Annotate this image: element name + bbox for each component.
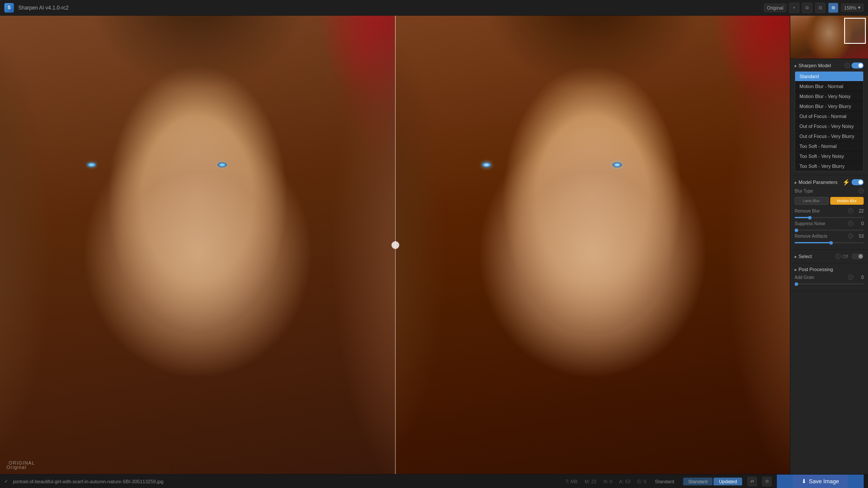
select-info[interactable]: ? xyxy=(835,254,841,259)
model-item-too-soft-very-blurry[interactable]: Too Soft - Very Blurry xyxy=(795,161,863,171)
image-canvas: Original xyxy=(0,16,790,474)
remove-artifacts-value: 53 xyxy=(855,234,864,239)
view-split-v-button[interactable]: ⧉ xyxy=(802,3,812,13)
model-item-motion-blur-very-noisy[interactable]: Motion Blur - Very Noisy xyxy=(795,92,863,102)
file-path: portrait-of-beautiful-girl-with-scarf-in… xyxy=(13,479,164,484)
suppress-noise-row: Suppress Noise ? 0 xyxy=(795,221,864,226)
model-item-out-of-focus-very-blurry[interactable]: Out of Focus - Very Blurry xyxy=(795,131,863,141)
sharpen-model-section: ▸ Sharpen Model ? Standard Motion Blur -… xyxy=(790,59,868,175)
model-section-label: Sharpen Model xyxy=(799,63,843,68)
zoom-arrow: ▾ xyxy=(858,5,861,10)
right-panel: ▸ Sharpen Model ? Standard Motion Blur -… xyxy=(790,16,868,474)
tab-updated[interactable]: Updated xyxy=(713,478,742,485)
model-item-motion-blur-very-blurry[interactable]: Motion Blur - Very Blurry xyxy=(795,102,863,111)
select-section-toggle[interactable]: ▸ xyxy=(795,254,797,259)
thumbnail-area xyxy=(790,16,868,59)
blur-type-row-label: Blur Type ? xyxy=(795,188,864,193)
model-dropdown: Standard Motion Blur - Normal Motion Blu… xyxy=(795,71,864,171)
tab-standard[interactable]: Standard xyxy=(683,478,713,485)
save-area: ⬇ Save Image xyxy=(777,475,864,488)
file-icon: ✓ xyxy=(4,479,8,484)
add-grain-row: Add Grain ? 0 xyxy=(795,275,864,280)
image-area[interactable]: Original xyxy=(0,16,790,474)
select-section: ▸ Select ? Off xyxy=(790,250,868,263)
suppress-noise-info[interactable]: ? xyxy=(848,221,853,226)
params-section-toggle[interactable]: ▸ xyxy=(795,180,797,185)
divider-handle[interactable] xyxy=(391,241,399,249)
stat-n: N: 0 xyxy=(603,479,612,484)
lightning-icon: ⚡ xyxy=(842,179,850,186)
model-item-motion-blur-normal[interactable]: Motion Blur - Normal xyxy=(795,82,863,92)
remove-blur-row: Remove Blur ? 22 xyxy=(795,208,864,213)
blur-type-label: Blur Type xyxy=(795,189,857,193)
topbar: S Sharpen AI v4.1.0-rc2 Original ▪ ⧉ ⊟ ⊞… xyxy=(0,0,868,16)
remove-artifacts-thumb[interactable] xyxy=(829,241,833,245)
compare-icon-btn[interactable]: ⇄ xyxy=(747,477,757,486)
stat-g: G: 0 xyxy=(637,479,646,484)
select-status: Off xyxy=(842,254,848,259)
model-info-icon[interactable]: ? xyxy=(845,63,850,68)
model-item-too-soft-normal[interactable]: Too Soft - Normal xyxy=(795,141,863,151)
add-grain-thumb[interactable] xyxy=(795,282,798,286)
model-item-out-of-focus-normal[interactable]: Out of Focus - Normal xyxy=(795,111,863,121)
zoom-control[interactable]: 158% ▾ xyxy=(841,3,864,12)
original-button[interactable]: Original xyxy=(764,3,786,12)
save-button[interactable]: ⬇ Save Image xyxy=(793,475,848,488)
settings-icon-btn[interactable]: ⚙ xyxy=(762,477,772,486)
post-section-label: Post Processing xyxy=(799,267,864,272)
model-name-bottom: Standard xyxy=(655,479,674,484)
blur-type-info[interactable]: ? xyxy=(858,188,864,193)
app-logo: S xyxy=(4,3,14,13)
bottom-bar: ✓ portrait-of-beautiful-girl-with-scarf-… xyxy=(0,474,868,488)
bottom-stats: T: MB M: 22 N: 0 A: 53 G: 0 xyxy=(566,479,646,484)
tab-group: Standard Updated xyxy=(683,478,742,485)
post-section-toggle[interactable]: ▸ xyxy=(795,267,797,272)
remove-artifacts-label: Remove Artifacts xyxy=(795,234,846,239)
remove-artifacts-fill xyxy=(795,242,831,243)
model-item-too-soft-very-noisy[interactable]: Too Soft - Very Noisy xyxy=(795,151,863,161)
select-toggle[interactable] xyxy=(852,253,864,259)
topbar-right: Original ▪ ⧉ ⊟ ⊞ 158% ▾ xyxy=(764,3,864,13)
save-label: Save Image xyxy=(809,478,839,485)
main-content: Original ▸ Sharpen Model xyxy=(0,16,868,474)
remove-artifacts-slider[interactable] xyxy=(795,242,864,243)
select-label: Select xyxy=(799,254,834,259)
suppress-noise-thumb[interactable] xyxy=(795,229,798,232)
add-grain-slider[interactable] xyxy=(795,283,864,285)
suppress-noise-slider[interactable] xyxy=(795,229,864,231)
image-right-sharpened xyxy=(395,16,790,474)
remove-blur-fill xyxy=(795,217,810,218)
model-section-toggle[interactable]: ▸ xyxy=(795,63,797,68)
remove-blur-value: 22 xyxy=(855,209,864,213)
stat-a: A: 53 xyxy=(619,479,631,484)
model-item-out-of-focus-very-noisy[interactable]: Out of Focus - Very Noisy xyxy=(795,121,863,131)
remove-blur-info[interactable]: ? xyxy=(848,208,853,213)
view-split-h-button[interactable]: ⊟ xyxy=(815,3,825,13)
add-grain-label: Add Grain xyxy=(795,275,846,280)
view-grid-button[interactable]: ⊞ xyxy=(828,3,838,13)
remove-artifacts-info[interactable]: ? xyxy=(848,233,853,239)
remove-artifacts-row: Remove Artifacts ? 53 xyxy=(795,233,864,239)
image-divider[interactable] xyxy=(395,16,396,474)
params-section-switch[interactable] xyxy=(852,179,864,185)
view-single-button[interactable]: ▪ xyxy=(789,3,799,13)
remove-blur-slider[interactable] xyxy=(795,217,864,218)
stat-m: M: 22 xyxy=(585,479,597,484)
add-grain-info[interactable]: ? xyxy=(848,275,853,280)
params-section-label: Model Parameters xyxy=(799,180,841,185)
zoom-level: 158% xyxy=(844,5,856,10)
suppress-noise-value: 0 xyxy=(855,221,864,226)
model-section-switch[interactable] xyxy=(852,62,864,69)
remove-blur-label: Remove Blur xyxy=(795,209,846,213)
post-processing-section: ▸ Post Processing Add Grain ? 0 xyxy=(790,263,868,291)
image-left-original: Original xyxy=(0,16,395,474)
app-title: Sharpen AI v4.1.0-rc2 xyxy=(18,5,69,11)
thumbnail-selection[interactable] xyxy=(844,18,866,44)
remove-blur-thumb[interactable] xyxy=(808,216,812,219)
image-label-original: Original xyxy=(7,465,26,470)
blur-type-lens[interactable]: Lens Blur xyxy=(795,197,829,205)
model-item-standard[interactable]: Standard xyxy=(795,72,863,82)
stat-t: T: MB xyxy=(566,479,578,484)
blur-type-motion[interactable]: Motion Blur xyxy=(830,197,864,205)
parameters-section: ▸ Model Parameters ⚡ Blur Type ? Lens Bl… xyxy=(790,175,868,250)
